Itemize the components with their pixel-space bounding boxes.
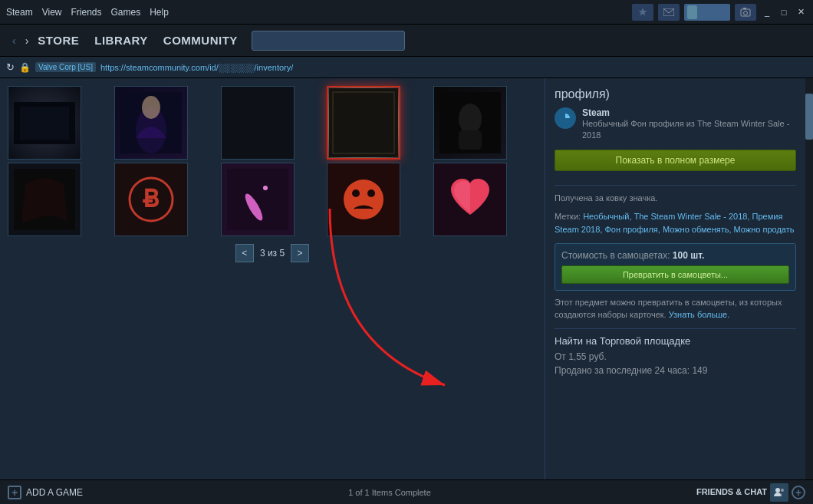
svg-point-24 xyxy=(344,180,383,219)
valve-badge: Valve Corp [US] xyxy=(35,62,96,72)
item-visual xyxy=(434,87,506,159)
list-item xyxy=(221,86,295,160)
list-item[interactable]: Ƀ xyxy=(114,163,188,236)
search-input[interactable] xyxy=(252,31,405,51)
plus-icon: + xyxy=(8,486,21,499)
list-item-selected[interactable] xyxy=(327,86,400,160)
tags-text: Метки: Необычный, The Steam Winter Sale … xyxy=(555,210,796,236)
address-bar: ↻ 🔒 Valve Corp [US] https://steamcommuni… xyxy=(0,57,813,78)
nav-bar: ‹ › STORE LIBRARY COMMUNITY xyxy=(0,25,813,57)
svg-rect-8 xyxy=(14,140,75,144)
status-text: 1 of 1 Items Complete xyxy=(348,488,431,497)
list-item[interactable] xyxy=(327,163,400,236)
svg-rect-3 xyxy=(743,8,746,9)
item-visual xyxy=(8,87,81,159)
svg-rect-5 xyxy=(14,102,20,144)
avatar xyxy=(687,5,697,19)
menu-bar: Steam View Friends Games Help xyxy=(6,7,169,18)
friends-chat-button[interactable]: FRIENDS & CHAT + xyxy=(696,483,805,502)
learn-more-link[interactable]: Узнать больше. xyxy=(669,310,730,319)
back-arrow[interactable]: ‹ xyxy=(9,33,19,48)
item-visual xyxy=(434,163,506,236)
main-content: Ƀ xyxy=(0,78,813,479)
item-visual: Ƀ xyxy=(115,163,187,236)
list-item[interactable] xyxy=(114,86,188,160)
menu-steam[interactable]: Steam xyxy=(6,7,33,18)
add-game-button[interactable]: + ADD A GAME xyxy=(8,486,83,499)
svg-point-25 xyxy=(352,189,360,197)
scroll-thumb[interactable] xyxy=(805,94,813,140)
forward-arrow[interactable]: › xyxy=(22,33,32,48)
market-title: Найти на Торговой площадке xyxy=(555,335,796,347)
received-text: Получена за ковку значка. xyxy=(555,192,796,205)
notification-icon-btn[interactable] xyxy=(632,4,653,21)
screenshot-icon-btn[interactable] xyxy=(735,4,756,21)
divider-2 xyxy=(555,328,796,329)
list-item[interactable] xyxy=(221,163,295,236)
nav-store[interactable]: STORE xyxy=(38,34,79,47)
detail-title: профиля) xyxy=(555,87,796,101)
restore-button[interactable]: □ xyxy=(778,6,790,18)
scrollbar[interactable] xyxy=(805,78,813,479)
envelope-icon-btn[interactable] xyxy=(658,4,680,21)
list-item[interactable] xyxy=(8,86,81,160)
menu-friends[interactable]: Friends xyxy=(71,7,101,18)
lock-icon: 🔒 xyxy=(19,62,31,73)
reload-button[interactable]: ↻ xyxy=(6,61,15,73)
page-indicator: 3 из 5 xyxy=(260,248,285,259)
svg-rect-13 xyxy=(329,88,398,157)
address-text[interactable]: https://steamcommunity.com/id/░░░░░░/inv… xyxy=(100,63,293,72)
svg-rect-7 xyxy=(14,102,75,107)
title-bar-right: _ □ ✕ xyxy=(632,4,807,21)
gem-cost-label: Стоимость в самоцветах: xyxy=(561,250,670,261)
next-page-button[interactable]: > xyxy=(291,244,309,262)
list-item[interactable] xyxy=(8,163,81,236)
title-bar-left: Steam View Friends Games Help xyxy=(6,7,169,18)
menu-help[interactable]: Help xyxy=(150,7,169,18)
user-avatar-btn[interactable] xyxy=(684,4,730,21)
convert-to-gems-button[interactable]: Превратить в самоцветы... xyxy=(561,265,789,284)
close-button[interactable]: ✕ xyxy=(795,6,807,18)
gem-cost-text: Стоимость в самоцветах: 100 шт. xyxy=(561,250,789,261)
menu-view[interactable]: View xyxy=(42,7,62,18)
svg-rect-21 xyxy=(227,169,288,230)
minimize-button[interactable]: _ xyxy=(761,6,773,18)
convert-description: Этот предмет можно превратить в самоцвет… xyxy=(555,297,796,321)
item-grid: Ƀ xyxy=(8,86,537,236)
gem-count: 100 шт. xyxy=(673,250,705,261)
svg-point-30 xyxy=(781,489,784,492)
item-visual xyxy=(328,163,400,236)
nav-arrows: ‹ › xyxy=(9,33,31,48)
show-full-size-button[interactable]: Показать в полном размере xyxy=(555,150,796,171)
inventory-panel: Ƀ xyxy=(0,78,545,479)
svg-rect-6 xyxy=(69,102,75,144)
friends-chat-label: FRIENDS & CHAT xyxy=(696,487,767,497)
svg-point-26 xyxy=(367,189,375,197)
source-description: Необычный Фон профиля из The Steam Winte… xyxy=(582,118,796,142)
username-placeholder xyxy=(699,11,727,14)
svg-point-11 xyxy=(142,96,160,119)
market-price: От 1,55 руб. xyxy=(555,351,796,362)
item-visual xyxy=(222,163,294,236)
nav-community[interactable]: COMMUNITY xyxy=(163,34,238,47)
tags-values[interactable]: Необычный, The Steam Winter Sale - 2018,… xyxy=(555,212,794,234)
svg-rect-17 xyxy=(459,130,482,150)
nav-search xyxy=(252,31,804,51)
nav-links: STORE LIBRARY COMMUNITY xyxy=(38,34,238,47)
add-friend-icon[interactable]: + xyxy=(792,486,805,499)
detail-source: Steam Необычный Фон профиля из The Steam… xyxy=(555,107,796,142)
list-item[interactable] xyxy=(433,163,507,236)
friends-icon xyxy=(770,483,788,502)
item-visual xyxy=(8,163,81,236)
prev-page-button[interactable]: < xyxy=(235,244,254,262)
tags-label: Метки: xyxy=(555,212,581,221)
svg-point-2 xyxy=(744,11,748,15)
menu-games[interactable]: Games xyxy=(111,7,141,18)
nav-library[interactable]: LIBRARY xyxy=(94,34,148,47)
svg-text:Ƀ: Ƀ xyxy=(143,185,160,212)
list-item[interactable] xyxy=(433,86,507,160)
source-info: Steam Необычный Фон профиля из The Steam… xyxy=(582,107,796,142)
add-game-label: ADD A GAME xyxy=(26,487,83,498)
title-bar: Steam View Friends Games Help _ □ ✕ xyxy=(0,0,813,25)
detail-panel: профиля) Steam Необычный Фон профиля из … xyxy=(545,78,805,479)
